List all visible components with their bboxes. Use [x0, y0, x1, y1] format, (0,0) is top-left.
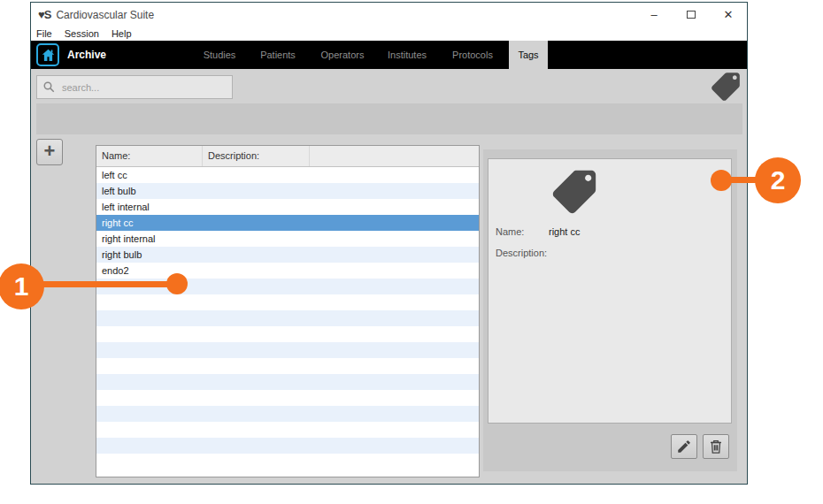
- window-controls: – ✕: [635, 3, 747, 27]
- table-row[interactable]: left bulb: [96, 183, 479, 199]
- search-row: [31, 69, 747, 105]
- table-row-empty[interactable]: [96, 390, 479, 406]
- maximize-icon: [687, 11, 696, 19]
- filter-bar: [36, 103, 742, 134]
- tag-detail-panel: Name: right cc Description:: [488, 158, 732, 424]
- table-row-empty[interactable]: [96, 374, 479, 390]
- tab-operators[interactable]: Operators: [314, 41, 371, 69]
- window-title: Cardiovascular Suite: [56, 9, 154, 21]
- annotation-1-line: [21, 281, 177, 287]
- annotation-1-dot: [166, 273, 188, 294]
- table-row[interactable]: right bulb: [96, 247, 479, 263]
- annotation-2-dot: [711, 170, 732, 191]
- column-header-description[interactable]: Description:: [203, 146, 310, 166]
- table-row[interactable]: left cc: [96, 167, 479, 183]
- table-row[interactable]: endo2: [96, 263, 479, 279]
- table-row-empty[interactable]: [96, 454, 479, 470]
- table-row-empty[interactable]: [96, 358, 479, 374]
- menu-session[interactable]: Session: [65, 28, 99, 39]
- tags-section-icon: [709, 70, 742, 103]
- maximize-button[interactable]: [673, 3, 710, 27]
- table-header: Name: Description:: [96, 146, 479, 167]
- table-row[interactable]: right internal: [96, 231, 479, 247]
- table-row-empty[interactable]: [96, 438, 479, 454]
- search-input[interactable]: [62, 82, 212, 93]
- table-row-selected[interactable]: right cc: [96, 215, 479, 231]
- tab-patients[interactable]: Patients: [250, 41, 306, 69]
- pencil-icon: [676, 439, 692, 454]
- table-row-empty[interactable]: [96, 342, 479, 358]
- table-row-empty[interactable]: [96, 422, 479, 438]
- tab-protocols[interactable]: Protocols: [444, 41, 501, 69]
- home-icon: [41, 48, 56, 63]
- app-logo-icon: ♥S: [38, 8, 50, 21]
- edit-tag-button[interactable]: [671, 434, 697, 459]
- annotation-2-marker: 2: [755, 157, 801, 203]
- menu-bar: File Session Help: [31, 27, 747, 41]
- detail-name-label: Name:: [496, 226, 524, 237]
- search-icon: [42, 80, 56, 94]
- table-row-empty[interactable]: [96, 326, 479, 342]
- close-button[interactable]: ✕: [710, 3, 747, 27]
- detail-description-label: Description:: [496, 248, 547, 258]
- trash-icon: [708, 439, 724, 454]
- tab-tags[interactable]: Tags: [509, 41, 548, 69]
- column-header-empty: [310, 146, 479, 166]
- tab-studies[interactable]: Studies: [191, 41, 248, 69]
- search-box[interactable]: [36, 75, 233, 99]
- annotation-1-marker: 1: [0, 263, 44, 309]
- app-window: ♥S Cardiovascular Suite – ✕ File Session…: [30, 2, 748, 485]
- nav-section-title: Archive: [67, 49, 106, 61]
- tab-institutes[interactable]: Institutes: [379, 41, 435, 69]
- title-bar: ♥S Cardiovascular Suite – ✕: [31, 3, 747, 27]
- table-row-empty[interactable]: [96, 310, 479, 326]
- table-row-empty[interactable]: [96, 294, 479, 310]
- column-header-name[interactable]: Name:: [96, 146, 203, 166]
- tags-table: Name: Description: left cc left bulb lef…: [96, 145, 480, 477]
- tag-icon: [549, 166, 600, 218]
- home-button[interactable]: [36, 43, 59, 66]
- screenshot-stage: ♥S Cardiovascular Suite – ✕ File Session…: [0, 0, 823, 504]
- menu-file[interactable]: File: [36, 28, 52, 39]
- table-body: left cc left bulb left internal right cc…: [96, 167, 479, 477]
- table-row[interactable]: left internal: [96, 199, 479, 215]
- table-row-empty[interactable]: [96, 406, 479, 422]
- tag-detail-section: Name: right cc Description:: [483, 149, 737, 471]
- delete-tag-button[interactable]: [703, 434, 729, 459]
- nav-bar: Archive Studies Patients Operators Insti…: [31, 41, 747, 69]
- menu-help[interactable]: Help: [112, 28, 132, 39]
- add-tag-button[interactable]: +: [36, 139, 63, 165]
- detail-name-value: right cc: [549, 226, 580, 237]
- minimize-button[interactable]: –: [635, 3, 673, 27]
